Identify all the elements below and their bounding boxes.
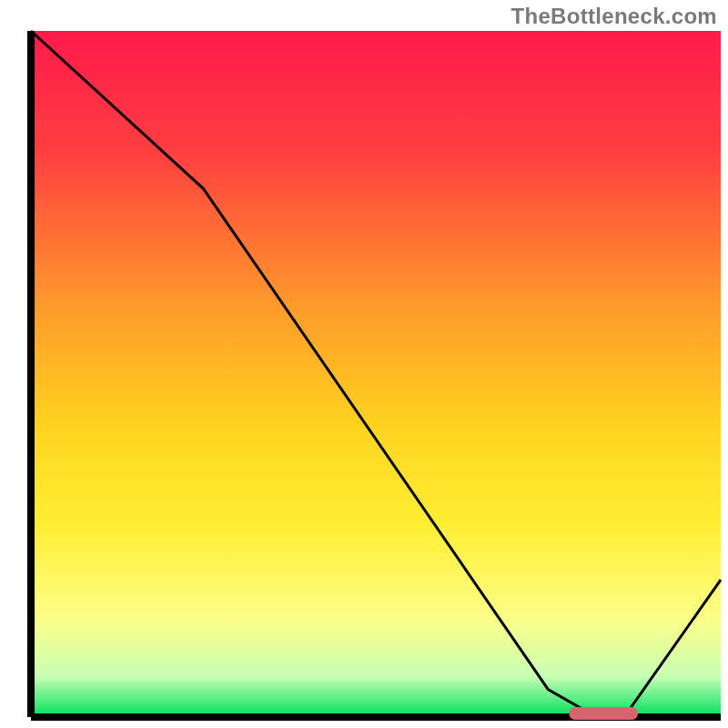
chart-container: TheBottleneck.com (0, 0, 728, 728)
plot-background (31, 31, 721, 717)
watermark-text: TheBottleneck.com (511, 4, 717, 29)
optimal-range-marker (569, 707, 638, 720)
bottleneck-chart (0, 0, 728, 728)
